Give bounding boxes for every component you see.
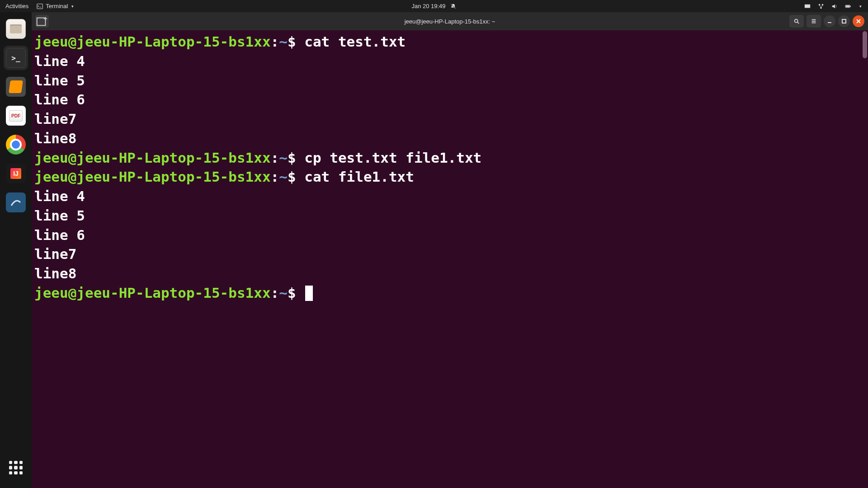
close-button[interactable] (853, 15, 864, 27)
prompt-user-host: jeeu@jeeu-HP-Laptop-15-bs1xx (34, 285, 271, 301)
svg-rect-0 (37, 4, 42, 9)
svg-rect-3 (805, 4, 810, 8)
output-line: line8 (34, 264, 865, 283)
minimize-icon (827, 19, 832, 23)
svg-rect-9 (846, 5, 850, 7)
screen-icon[interactable] (804, 3, 811, 9)
clock[interactable]: Jan 20 19:49 (411, 3, 445, 9)
command-text: cat file1.txt (296, 169, 414, 185)
titlebar[interactable]: jeeu@jeeu-HP-Laptop-15-bs1xx: ~ (32, 12, 868, 30)
new-tab-icon (35, 14, 49, 28)
terminal-body[interactable]: jeeu@jeeu-HP-Laptop-15-bs1xx:~$ cat test… (32, 30, 868, 488)
files-icon (6, 19, 26, 39)
terminal-line: jeeu@jeeu-HP-Laptop-15-bs1xx:~$ (34, 283, 865, 303)
prompt-path: ~ (279, 285, 288, 301)
sublime-icon (6, 77, 26, 97)
prompt-path: ~ (279, 33, 288, 50)
prompt-colon: : (271, 33, 279, 50)
prompt-colon: : (271, 285, 279, 301)
output-line: line 5 (34, 206, 865, 225)
output-line: line 5 (34, 71, 865, 90)
terminal-window: jeeu@jeeu-HP-Laptop-15-bs1xx: ~ jeeu@jee… (32, 12, 868, 488)
close-icon (856, 19, 861, 23)
dock-item-workbench[interactable] (4, 190, 28, 215)
prompt-user-host: jeeu@jeeu-HP-Laptop-15-bs1xx (34, 33, 271, 50)
pdf-icon (6, 106, 26, 126)
prompt-user-host: jeeu@jeeu-HP-Laptop-15-bs1xx (34, 150, 271, 166)
command-text (296, 285, 305, 301)
output-line: line8 (34, 129, 865, 148)
prompt-user-host: jeeu@jeeu-HP-Laptop-15-bs1xx (34, 169, 271, 185)
prompt-colon: : (271, 169, 279, 185)
prompt-path: ~ (279, 150, 288, 166)
chevron-down-icon: ▾ (71, 4, 74, 9)
svg-rect-8 (850, 6, 851, 7)
command-text: cat test.txt (296, 33, 406, 50)
battery-icon[interactable] (845, 3, 851, 9)
search-button[interactable] (789, 15, 804, 28)
chevron-down-icon[interactable]: ▾ (859, 4, 862, 9)
output-line: line7 (34, 109, 865, 129)
svg-point-11 (795, 19, 798, 23)
network-icon[interactable] (818, 3, 824, 9)
new-tab-button[interactable] (35, 15, 49, 28)
notification-off-icon[interactable] (450, 3, 457, 9)
output-line: line 4 (34, 187, 865, 206)
terminal-line: jeeu@jeeu-HP-Laptop-15-bs1xx:~$ cat file… (34, 167, 865, 187)
output-line: line 6 (34, 90, 865, 109)
prompt-symbol: $ (288, 285, 296, 301)
svg-line-12 (797, 22, 799, 24)
prompt-path: ~ (279, 169, 288, 185)
terminal-line: jeeu@jeeu-HP-Laptop-15-bs1xx:~$ cp test.… (34, 148, 865, 168)
maximize-icon (842, 19, 846, 23)
prompt-symbol: $ (288, 33, 296, 50)
terminal-icon (37, 3, 43, 9)
chrome-icon (6, 135, 26, 155)
app-menu[interactable]: Terminal ▾ (37, 3, 74, 9)
window-title: jeeu@jeeu-HP-Laptop-15-bs1xx: ~ (405, 18, 495, 25)
output-line: line7 (34, 244, 865, 264)
prompt-colon: : (271, 150, 279, 166)
dock-item-terminal[interactable] (4, 46, 28, 70)
dock-item-pdf[interactable] (4, 103, 28, 128)
apps-grid-icon (9, 461, 23, 474)
top-panel: Activities Terminal ▾ Jan 20 19:49 ▾ (0, 0, 868, 12)
volume-icon[interactable] (831, 3, 838, 9)
output-line: line 6 (34, 225, 865, 245)
app-menu-label: Terminal (46, 3, 68, 9)
scrollbar-thumb[interactable] (863, 31, 867, 58)
dock-item-files[interactable] (4, 17, 28, 41)
prompt-symbol: $ (288, 169, 296, 185)
minimize-button[interactable] (824, 15, 835, 27)
prompt-symbol: $ (288, 150, 296, 166)
dock-item-sublime[interactable] (4, 75, 28, 99)
search-icon (793, 18, 800, 24)
menu-button[interactable] (807, 15, 821, 28)
terminal-icon (6, 48, 26, 68)
svg-rect-17 (842, 19, 846, 23)
terminal-line: jeeu@jeeu-HP-Laptop-15-bs1xx:~$ cat test… (34, 32, 865, 52)
maximize-button[interactable] (838, 15, 850, 27)
activities-button[interactable]: Activities (5, 3, 28, 9)
output-line: line 4 (34, 52, 865, 71)
hamburger-icon (811, 18, 817, 24)
dock-item-intellij[interactable] (4, 161, 28, 186)
dock (0, 12, 32, 488)
command-text: cp test.txt file1.txt (296, 150, 482, 166)
dock-item-chrome[interactable] (4, 132, 28, 157)
cursor (305, 286, 313, 301)
workbench-icon (6, 192, 26, 212)
intellij-icon (6, 164, 26, 183)
show-applications-button[interactable] (4, 455, 28, 480)
